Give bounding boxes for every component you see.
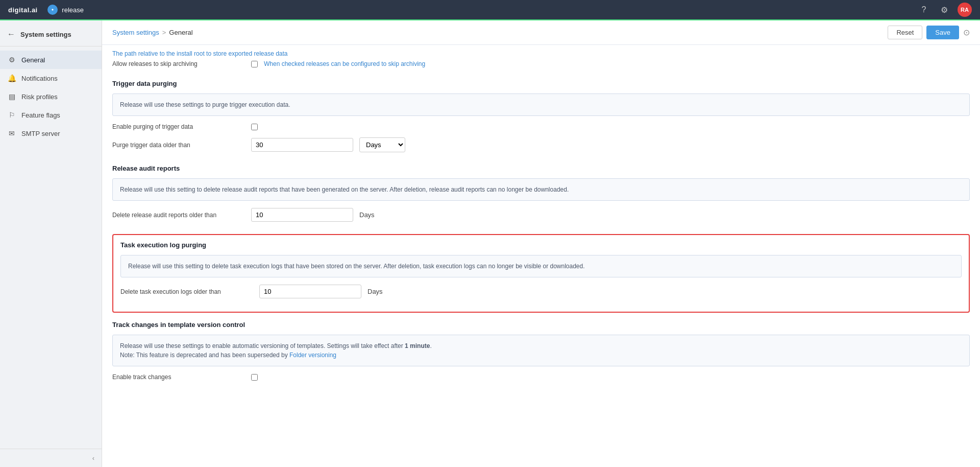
content-area: System settings > General Reset Save ⊙ T… [102,20,980,467]
track-changes-section: Track changes in template version contro… [112,321,970,381]
avatar[interactable]: RA [958,3,972,17]
task-log-title: Task execution log purging [120,241,962,249]
delete-audit-row: Delete release audit reports older than … [112,208,970,222]
topbar-actions: ? ⚙ RA [917,3,972,17]
skip-archiving-section: The path relative to the install root to… [112,50,970,67]
purge-older-value[interactable]: 30 [251,138,353,152]
enable-track-checkbox[interactable] [251,374,258,381]
enable-purging-checkbox[interactable] [251,124,258,130]
sidebar-header: ← System settings [0,20,102,46]
trigger-purging-info-text: Release will use these settings to purge… [120,101,290,108]
risk-profiles-icon: ▤ [7,92,16,101]
path-hint: The path relative to the install root to… [112,50,970,57]
skip-archiving-row: Allow releases to skip archiving When ch… [112,60,970,67]
enable-track-label: Enable track changes [112,373,245,381]
topbar: digital.ai release ? ⚙ RA [0,0,980,20]
breadcrumb-parent: System settings [112,29,159,36]
track-changes-info: Release will use these settings to enabl… [112,335,970,366]
sidebar-title: System settings [20,31,71,38]
general-icon: ⚙ [7,56,16,64]
brand: digital.ai release [8,5,84,15]
delete-task-log-value[interactable]: 10 [259,285,361,298]
track-changes-info-text: Release will use these settings to enabl… [120,342,432,359]
sidebar: ← System settings ⚙ General 🔔 Notificati… [0,20,102,467]
delete-audit-value[interactable]: 10 [251,208,353,222]
settings-button[interactable]: ⚙ [937,3,951,17]
sidebar-item-label-notifications: Notifications [21,75,58,82]
task-log-section: Task execution log purging Release will … [112,234,970,313]
brand-dot [42,6,44,14]
sidebar-item-notifications[interactable]: 🔔 Notifications [0,69,102,87]
save-button[interactable]: Save [926,26,959,39]
reset-button[interactable]: Reset [888,26,922,39]
sidebar-item-feature-flags[interactable]: ⚐ Feature flags [0,106,102,124]
skip-archiving-hint: When checked releases can be configured … [264,60,425,67]
track-changes-title: Track changes in template version contro… [112,321,970,329]
delete-task-log-unit: Days [368,288,383,295]
header-actions: Reset Save ⊙ [888,26,970,39]
enable-track-row: Enable track changes [112,373,970,381]
release-label: release [62,6,84,14]
content-help-icon[interactable]: ⊙ [963,28,970,37]
task-log-info-text: Release will use this setting to delete … [128,263,585,270]
release-icon [47,5,58,15]
breadcrumb-current: General [169,29,192,36]
sidebar-item-label-flags: Feature flags [21,111,60,119]
purge-older-label: Purge trigger data older than [112,142,245,149]
trigger-purging-title: Trigger data purging [112,80,970,87]
sidebar-collapse-button[interactable]: ‹ [0,449,102,467]
content-scroll: The path relative to the install root to… [102,45,980,467]
purge-older-than-row: Purge trigger data older than 30 Days Ho… [112,137,970,152]
skip-archiving-label: Allow releases to skip archiving [112,60,245,67]
delete-audit-label: Delete release audit reports older than [112,212,245,219]
delete-audit-unit: Days [359,211,375,219]
delete-task-log-row: Delete task execution logs older than 10… [120,285,962,298]
enable-purging-label: Enable purging of trigger data [112,123,245,130]
task-log-info: Release will use this setting to delete … [120,255,962,277]
sidebar-item-label-smtp: SMTP server [21,130,60,137]
audit-reports-title: Release audit reports [112,165,970,172]
folder-versioning-link[interactable]: Folder versioning [289,352,336,359]
feature-flags-icon: ⚐ [7,111,16,119]
help-button[interactable]: ? [917,3,931,17]
sidebar-item-risk-profiles[interactable]: ▤ Risk profiles [0,87,102,106]
trigger-purging-section: Trigger data purging Release will use th… [112,80,970,152]
sidebar-item-general[interactable]: ⚙ General [0,51,102,69]
audit-reports-info-text: Release will use this setting to delete … [120,186,569,193]
notifications-icon: 🔔 [7,74,16,82]
content-header: System settings > General Reset Save ⊙ [102,20,980,45]
back-button[interactable]: ← [6,29,16,40]
skip-archiving-checkbox[interactable] [251,61,258,67]
sidebar-nav: ⚙ General 🔔 Notifications ▤ Risk profile… [0,46,102,449]
audit-reports-info: Release will use this setting to delete … [112,178,970,201]
breadcrumb: System settings > General [112,29,193,36]
purge-unit-select[interactable]: Days Hours Minutes [359,137,405,152]
sidebar-item-label-risk: Risk profiles [21,93,58,101]
trigger-purging-info: Release will use these settings to purge… [112,94,970,116]
delete-task-log-label: Delete task execution logs older than [120,288,253,295]
main-layout: ← System settings ⚙ General 🔔 Notificati… [0,20,980,467]
sidebar-item-smtp[interactable]: ✉ SMTP server [0,124,102,143]
audit-reports-section: Release audit reports Release will use t… [112,165,970,222]
sidebar-item-label-general: General [21,56,45,64]
breadcrumb-separator: > [162,29,166,36]
enable-purging-row: Enable purging of trigger data [112,123,970,130]
brand-name: digital.ai [8,6,38,14]
smtp-icon: ✉ [7,129,16,137]
